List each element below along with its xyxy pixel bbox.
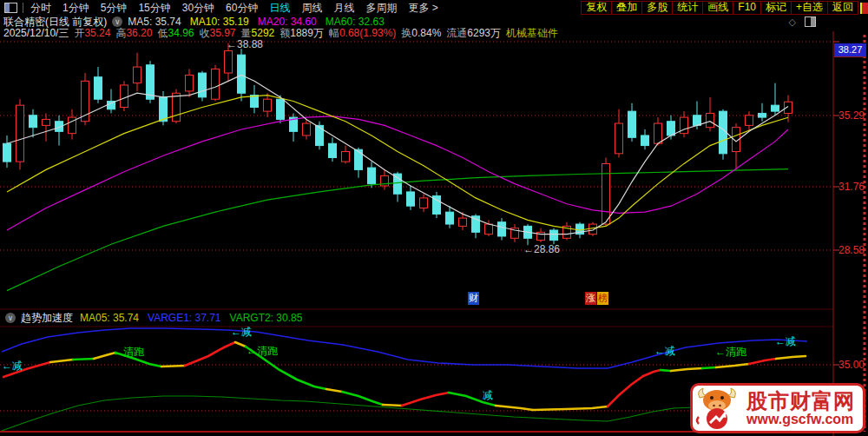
indicator-header: ∨ 趋势加速度 MA05: 35.74VARGE1: 37.71VARGT2: … [0,311,311,325]
toolbar-button-F10[interactable]: F10 [733,1,761,15]
tab-分时[interactable]: 分时 [30,1,51,16]
window-icon[interactable] [4,3,17,13]
svg-text:←减: ←减 [654,345,675,357]
quote-field-低: 低34.96 [157,26,194,41]
svg-text:←28.86: ←28.86 [523,243,560,255]
event-marker[interactable]: 财 [468,292,479,305]
indicator-collapse-icon[interactable]: ∨ [5,313,16,323]
quote-field-收: 收35.97 [200,26,236,41]
tab-更多 >[interactable]: 更多 > [408,1,437,16]
quote-field-换: 换0.84% [401,26,441,41]
toolbar-button-标记[interactable]: 标记 [760,1,792,15]
quote-fields: 开35.24高36.20低34.96收35.97量5292额1889万幅0.68… [74,26,506,41]
scroll-handle-icon[interactable] [860,3,868,14]
indicator-name: 趋势加速度 [21,311,73,326]
site-watermark: 股市财富网 www.gscfw.com [690,383,865,433]
quote-field-幅: 幅0.68(1.93%) [329,26,396,41]
quote-field-量: 量5292 [241,26,275,41]
tab-15分钟[interactable]: 15分钟 [138,1,170,16]
svg-text:←清跑: ←清跑 [247,345,278,357]
industry-label: 机械基础件 [506,26,558,41]
tab-月线[interactable]: 月线 [333,1,354,16]
tab-周线[interactable]: 周线 [301,1,322,16]
tab-60分钟[interactable]: 60分钟 [226,1,258,16]
toolbar-button-+自选[interactable]: +自选 [791,1,828,15]
axis-label: 31.76 [838,181,865,193]
toolbar-divider [23,3,23,13]
split-window-icon[interactable] [805,17,816,27]
indicator-legend-item: VARGE1: 37.71 [148,312,221,324]
indicator-legend-item: MA05: 35.74 [80,312,139,324]
tab-1分钟[interactable]: 1分钟 [62,1,89,16]
toolbar-button-统计[interactable]: 统计 [672,1,703,15]
toolbar-button-返回[interactable]: 返回 [827,1,858,15]
stock-app-window: { "toolbar": { "tabs": ["分时","1分钟","5分钟"… [0,0,868,436]
chart-canvas[interactable]: ←38.88←28.86←减←清跑←减←清跑减←减←清跑←减 [0,0,868,436]
svg-text:←减: ←减 [775,335,796,347]
event-marker[interactable]: 榜 [597,292,608,305]
indicator-legend-item: VARGT2: 30.85 [230,312,303,324]
tab-多周期[interactable]: 多周期 [365,1,397,16]
watermark-site-name: 股市财富网 [746,391,855,412]
axis-label: 35.00 [838,359,865,371]
svg-text:←清跑: ←清跑 [715,346,746,358]
toolbar-button-画线[interactable]: 画线 [702,1,733,15]
diamond-icon[interactable]: ◇ [789,17,796,28]
quote-bar: 2025/12/10/三 开35.24高36.20低34.96收35.97量52… [0,27,868,39]
quote-field-流通: 流通6293万 [446,26,501,41]
axis-label: 35.29 [838,109,865,122]
period-tabs: 分时1分钟5分钟15分钟30分钟60分钟日线周线月线多周期更多 > [30,1,450,16]
watermark-site-url: www.gscfw.com [746,412,855,426]
toolbar-button-多股[interactable]: 多股 [641,1,673,15]
event-marker[interactable]: 涨 [585,292,596,305]
svg-text:←减: ←减 [231,326,252,338]
quote-field-开: 开35.24 [74,26,110,41]
tab-日线[interactable]: 日线 [269,1,290,16]
quote-field-额: 额1889万 [279,26,324,41]
indicator-legend: MA05: 35.74VARGE1: 37.71VARGT2: 30.85 [80,312,311,324]
toolbar-button-叠加[interactable]: 叠加 [611,1,642,15]
svg-text:←清跑: ←清跑 [113,346,144,358]
bull-logo-icon [693,386,743,431]
svg-text:←减: ←减 [2,360,23,372]
toolbar-button-复权[interactable]: 复权 [581,1,612,15]
current-price-tag: 38.27 [834,43,866,57]
quote-date: 2025/12/10/三 [3,26,69,41]
axis-label: 28.58 [838,244,865,256]
right-toolbar-buttons: 复权叠加多股统计画线F10标记+自选返回 [582,1,858,15]
svg-text:减: 减 [483,389,493,401]
tab-30分钟[interactable]: 30分钟 [182,1,214,16]
tab-5分钟[interactable]: 5分钟 [101,1,128,16]
period-toolbar: 分时1分钟5分钟15分钟30分钟60分钟日线周线月线多周期更多 > 复权叠加多股… [0,1,868,15]
quote-field-高: 高36.20 [115,26,152,41]
